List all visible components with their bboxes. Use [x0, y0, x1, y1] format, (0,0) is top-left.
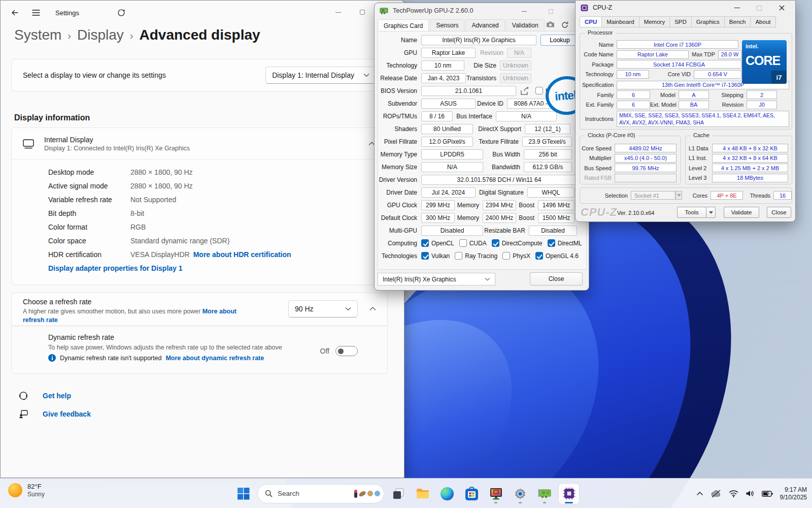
tab-memory[interactable]: Memory	[639, 16, 670, 27]
gpuz-close-button[interactable]: Close	[530, 272, 583, 285]
refresh-icon[interactable]	[561, 21, 568, 28]
tab-advanced[interactable]: Advanced	[465, 19, 504, 31]
microsoft-store-button[interactable]	[461, 484, 482, 504]
copilot-search-icon[interactable]	[114, 5, 130, 20]
tab-spd[interactable]: SPD	[670, 16, 692, 27]
info-row: Variable refresh rateNot Supported	[48, 193, 387, 206]
wifi-icon[interactable]	[729, 490, 738, 497]
gpuz-taskbar-button[interactable]	[534, 484, 555, 504]
cpuz-close-button[interactable]	[772, 3, 791, 13]
edge-browser-button[interactable]	[437, 484, 457, 504]
cpuz-window: CPU-Z CPU Mainboard Memory SPD Graphics …	[575, 0, 796, 222]
share-export-icon[interactable]	[520, 86, 530, 96]
gpuz-maximize-button[interactable]	[542, 6, 559, 16]
cpuz-maximize-button[interactable]	[750, 3, 769, 13]
hardware-monitor-app-button[interactable]	[486, 484, 506, 504]
settings-maximize-button[interactable]	[352, 6, 373, 19]
intel-core-i7-badge: intel. CORE i7	[742, 40, 787, 84]
chevron-up-icon[interactable]	[369, 306, 376, 311]
tab-graphics[interactable]: Graphics	[692, 16, 725, 27]
directcompute-checkbox[interactable]: DirectCompute	[492, 239, 543, 247]
opencl-checkbox[interactable]: OpenCL	[421, 239, 454, 247]
get-help-link[interactable]: Get help	[43, 392, 71, 400]
cpuz-taskbar-button[interactable]	[559, 484, 579, 504]
family-field: 6	[617, 90, 650, 99]
internal-display-card: Internal Display Display 1: Connected to…	[11, 128, 388, 285]
tab-bench[interactable]: Bench	[725, 16, 751, 27]
hdr-certification-link[interactable]: More about HDR certification	[193, 250, 291, 259]
give-feedback-row[interactable]: Give feedback	[18, 409, 91, 419]
cpuz-minimize-button[interactable]	[727, 3, 747, 13]
tab-validation[interactable]: Validation	[506, 19, 545, 31]
driver-date-field: Jul 24, 2024	[421, 187, 476, 198]
cpuz-close-action-button[interactable]: Close	[767, 207, 791, 218]
cpu-revision-field: J0	[747, 101, 777, 109]
give-feedback-link[interactable]: Give feedback	[43, 410, 91, 418]
more-about-dynamic-refresh-rate-link[interactable]: More about dynamic refresh rate	[165, 355, 264, 362]
gpuz-app-icon	[380, 8, 389, 14]
driver-version-field: 32.0.101.5768 DCH / Win11 64	[421, 175, 577, 185]
dynamic-refresh-rate-toggle[interactable]	[335, 346, 358, 356]
opengl-checkbox[interactable]: OpenGL 4.6	[535, 252, 579, 260]
back-button[interactable]	[7, 5, 23, 20]
tray-clock[interactable]: 9:17 AM 9/10/2025	[780, 486, 807, 501]
multi-gpu-field: Disabled	[421, 226, 483, 236]
display-select-dropdown[interactable]: Display 1: Internal Display	[265, 67, 376, 84]
breadcrumb-system[interactable]: System	[14, 27, 61, 43]
refresh-rate-dropdown[interactable]: 90 Hz	[288, 300, 358, 318]
lookup-button[interactable]: Lookup	[540, 35, 579, 46]
file-explorer-button[interactable]	[413, 484, 433, 504]
cuda-checkbox[interactable]: CUDA	[459, 239, 487, 247]
gpu-device-dropdown[interactable]: Intel(R) Iris(R) Xe Graphics	[378, 273, 495, 285]
ext-model-field: BA	[679, 101, 709, 109]
tab-about[interactable]: About	[751, 16, 775, 27]
get-help-icon	[18, 391, 28, 401]
gpuz-minimize-button[interactable]	[516, 6, 533, 16]
shaders-field: 80 Unified	[421, 124, 473, 134]
tools-dropdown-arrow[interactable]	[706, 207, 716, 218]
bus-speed-field: 99.76 MHz	[615, 164, 676, 172]
display-adapter-properties-link[interactable]: Display adapter properties for Display 1	[48, 264, 183, 272]
uefi-checkbox[interactable]	[535, 87, 543, 94]
navigation-menu-button[interactable]	[28, 5, 44, 20]
selection-groupbox: Selection Socket #1 Cores 4P + 8E Thread…	[580, 187, 792, 204]
taskbar-search-box[interactable]: Search	[257, 484, 384, 503]
tab-graphics-card[interactable]: Graphics Card	[378, 19, 429, 31]
cache-groupbox: Cache L1 Data4 x 48 KB + 8 x 32 KB L1 In…	[685, 136, 792, 184]
refresh-rate-description: A higher rate gives smoother motion, but…	[23, 307, 246, 325]
tools-button[interactable]: Tools	[677, 207, 706, 218]
settings-minimize-button[interactable]	[328, 6, 348, 19]
validate-button[interactable]: Validate	[724, 207, 759, 218]
start-button[interactable]	[233, 484, 253, 504]
volume-icon[interactable]	[746, 490, 755, 497]
directml-checkbox[interactable]: DirectML	[548, 239, 582, 247]
get-help-row[interactable]: Get help	[18, 391, 71, 401]
memory-clock-field: 2394 MHz	[483, 200, 516, 210]
screenshot-camera-icon[interactable]	[546, 21, 555, 27]
internal-display-title: Internal Display	[44, 136, 190, 144]
directx-support-field: 12 (12_1)	[525, 124, 570, 134]
settings-app-title: Settings	[55, 9, 79, 17]
socket-selection-dropdown[interactable]: Socket #1	[631, 191, 675, 200]
tab-mainboard[interactable]: Mainboard	[602, 16, 639, 27]
tab-sensors[interactable]: Sensors	[430, 19, 464, 31]
onedrive-paused-icon[interactable]	[710, 490, 722, 498]
gpuz-taskbar-icon	[537, 488, 552, 499]
search-daily-image	[354, 490, 380, 498]
tray-chevron-up-icon[interactable]	[696, 491, 703, 496]
selection-dropdown-arrow[interactable]	[675, 191, 682, 200]
physx-checkbox[interactable]: PhysX	[502, 252, 530, 260]
internal-display-header[interactable]: Internal Display Display 1: Connected to…	[12, 128, 387, 160]
info-row-hdr: HDR certification VESA DisplayHDR More a…	[48, 247, 387, 261]
ray-tracing-checkbox[interactable]: Ray Tracing	[455, 252, 497, 260]
info-row: Bit depth8-bit	[48, 206, 387, 220]
tab-cpu[interactable]: CPU	[580, 16, 602, 27]
breadcrumb-display[interactable]: Display	[77, 27, 124, 43]
vulkan-checkbox[interactable]: Vulkan	[421, 252, 450, 260]
l1-inst-field: 4 x 32 KB + 8 x 64 KB	[712, 154, 788, 163]
bios-version-field: 21.0.1061	[421, 86, 516, 96]
settings-taskbar-button[interactable]	[510, 484, 530, 504]
task-view-icon	[392, 487, 405, 500]
task-view-button[interactable]	[388, 484, 409, 504]
battery-charging-icon[interactable]	[762, 491, 773, 497]
